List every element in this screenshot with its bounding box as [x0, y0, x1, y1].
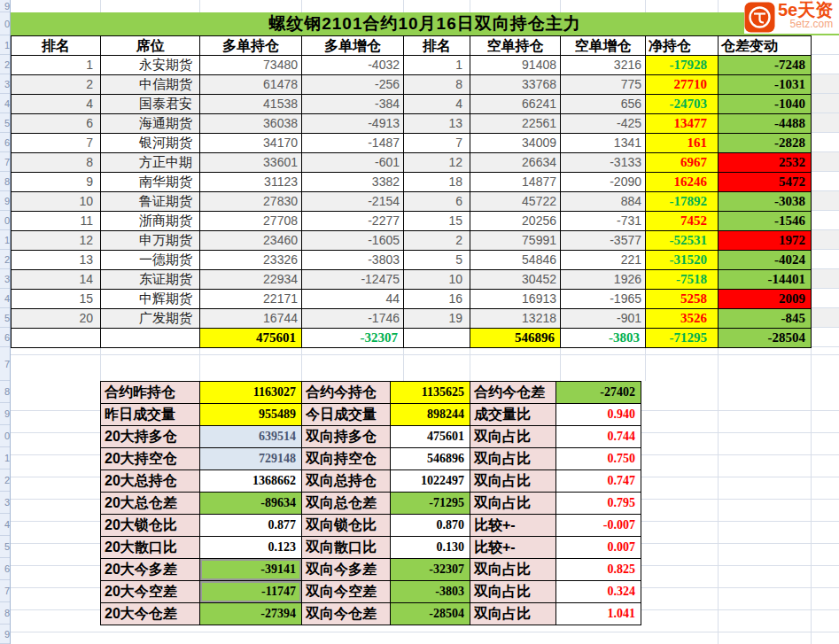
cell-rank-long[interactable]: 8 [12, 153, 101, 173]
empty-cell[interactable] [812, 230, 839, 250]
row-number[interactable]: 2 [0, 250, 10, 269]
sheet-title[interactable]: 螺纹钢2101合约10月16日双向持仓主力 [11, 12, 839, 35]
summary-label[interactable]: 今日成交量 [302, 404, 391, 426]
cell-long-chg[interactable]: -1746 [302, 309, 404, 329]
summary-value[interactable]: 1022497 [391, 470, 470, 493]
empty-cell[interactable] [812, 289, 839, 308]
summary-label[interactable]: 双向散口比 [302, 537, 391, 559]
cell-short-pos[interactable]: 33768 [470, 75, 561, 95]
cell-short-pos[interactable]: 22561 [470, 114, 561, 134]
row-number[interactable]: 8 [0, 381, 10, 403]
cell-net-pos[interactable]: -52531 [646, 231, 719, 251]
cell-seat[interactable]: 方正中期 [101, 153, 200, 173]
cell-seat[interactable]: 南华期货 [101, 173, 200, 192]
row-number[interactable]: 6 [0, 558, 10, 580]
cell-long-pos[interactable]: 16744 [200, 309, 302, 329]
cell-rank-short[interactable]: 10 [404, 270, 470, 290]
empty-cell[interactable] [812, 308, 839, 328]
row-number[interactable]: 8 [0, 172, 10, 191]
summary-value[interactable]: 0.750 [556, 448, 641, 470]
cell-rank-long[interactable]: 7 [12, 134, 101, 153]
cell-pos-chg[interactable]: 2532 [719, 153, 812, 173]
cell-short-chg[interactable]: 221 [561, 251, 646, 270]
summary-label[interactable]: 20大今多差 [101, 559, 200, 581]
cell-net-pos[interactable]: -17892 [646, 192, 719, 212]
cell-rank-long[interactable]: 11 [12, 212, 101, 231]
summary-value[interactable]: 475601 [391, 426, 470, 448]
cell-pos-chg[interactable]: -2828 [719, 134, 812, 153]
summary-value[interactable]: -89634 [200, 493, 302, 515]
cell-seat[interactable]: 广发期货 [101, 309, 200, 329]
column-header-seat[interactable]: 席位 [101, 36, 200, 56]
summary-label[interactable]: 合约今仓差 [470, 382, 556, 404]
cell-short-chg[interactable]: 3216 [561, 56, 646, 75]
column-header-pos-chg[interactable]: 仓差变动 [719, 36, 812, 56]
cell-long-chg[interactable]: -384 [302, 95, 404, 114]
cell-long-pos[interactable]: 61478 [200, 75, 302, 95]
cell-pos-chg[interactable]: -14401 [719, 270, 812, 290]
summary-value[interactable]: -71295 [391, 493, 470, 515]
cell-long-pos[interactable]: 22171 [200, 290, 302, 309]
empty-cell[interactable] [812, 94, 839, 113]
summary-label[interactable]: 比较+- [470, 537, 556, 559]
summary-value[interactable]: 0.123 [200, 537, 302, 559]
cell-short-chg[interactable]: -3577 [561, 231, 646, 251]
summary-value[interactable]: -11747 [200, 581, 302, 603]
cell-short-chg[interactable]: 656 [561, 95, 646, 114]
total-cell-long-pos[interactable]: 475601 [200, 329, 302, 348]
summary-value[interactable]: 0.940 [556, 404, 641, 426]
cell-long-chg[interactable]: 44 [302, 290, 404, 309]
row-number[interactable]: 6 [0, 328, 10, 347]
row-number[interactable]: 1 [0, 35, 10, 55]
row-number[interactable]: 2 [0, 469, 10, 492]
cell-short-pos[interactable]: 75991 [470, 231, 561, 251]
cell-net-pos[interactable]: 16246 [646, 173, 719, 192]
cell-net-pos[interactable]: -31520 [646, 251, 719, 270]
cell-pos-chg[interactable]: -845 [719, 309, 812, 329]
row-number[interactable]: 5 [0, 308, 10, 328]
cell-rank-long[interactable]: 6 [12, 114, 101, 134]
cell-net-pos[interactable]: 161 [646, 134, 719, 153]
row-number[interactable]: 0 [0, 425, 10, 447]
cell-long-chg[interactable]: -12475 [302, 270, 404, 290]
summary-label[interactable]: 20大持多仓 [101, 426, 200, 448]
cell-seat[interactable]: 一德期货 [101, 251, 200, 270]
row-number[interactable]: 5 [0, 113, 10, 133]
cell-rank-short[interactable]: 2 [404, 231, 470, 251]
cell-seat[interactable]: 中辉期货 [101, 290, 200, 309]
cell-long-chg[interactable]: -4032 [302, 56, 404, 75]
cell-net-pos[interactable]: 13477 [646, 114, 719, 134]
empty-cell[interactable] [812, 172, 839, 191]
summary-label[interactable]: 双向占比 [470, 559, 556, 581]
cell-long-chg[interactable]: 3382 [302, 173, 404, 192]
cell-pos-chg[interactable]: -3038 [719, 192, 812, 212]
summary-value[interactable]: 1368662 [200, 470, 302, 493]
summary-label[interactable]: 合约今持仓 [302, 382, 391, 404]
summary-label[interactable]: 双向占比 [470, 470, 556, 493]
cell-net-pos[interactable]: 27710 [646, 75, 719, 95]
cell-rank-long[interactable]: 4 [12, 95, 101, 114]
cell-short-chg[interactable]: 775 [561, 75, 646, 95]
cell-seat[interactable]: 海通期货 [101, 114, 200, 134]
cell-short-pos[interactable]: 13218 [470, 309, 561, 329]
cell-long-chg[interactable]: -2277 [302, 212, 404, 231]
summary-value[interactable]: 0.877 [200, 515, 302, 537]
row-number[interactable]: 4 [0, 514, 10, 536]
summary-label[interactable]: 20大今空差 [101, 581, 200, 603]
cell-short-pos[interactable]: 30452 [470, 270, 561, 290]
row-number[interactable]: 7 [0, 152, 10, 172]
summary-value[interactable]: -0.007 [556, 515, 641, 537]
summary-label[interactable]: 双向占比 [470, 581, 556, 603]
empty-cell[interactable] [812, 133, 839, 152]
cell-long-pos[interactable]: 27708 [200, 212, 302, 231]
total-cell-rank-long[interactable] [12, 329, 101, 348]
empty-cell[interactable] [812, 328, 839, 347]
summary-value[interactable]: 0.747 [556, 470, 641, 493]
summary-label[interactable]: 成交量比 [470, 404, 556, 426]
summary-label[interactable]: 双向总持仓 [302, 470, 391, 493]
brand-logo[interactable]: 5e天资 5etz.com [744, 1, 839, 34]
row-number[interactable]: 0 [0, 12, 10, 35]
cell-short-pos[interactable]: 16913 [470, 290, 561, 309]
summary-value[interactable]: 898244 [391, 404, 470, 426]
row-number[interactable]: 4 [0, 94, 10, 113]
